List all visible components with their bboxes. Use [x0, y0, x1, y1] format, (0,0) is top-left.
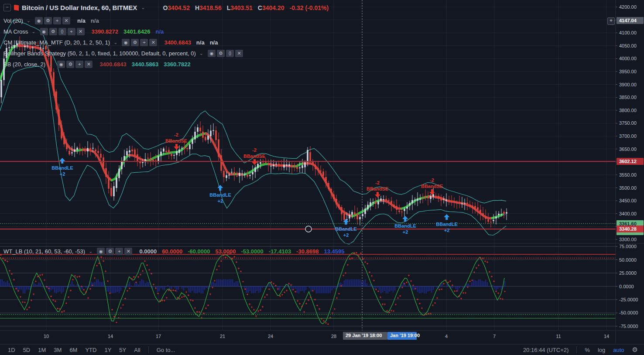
goto-button[interactable]: Go to... — [157, 347, 175, 353]
indicator-title[interactable]: CM_Ultimate_MA_MTF (D, 20, 1, 2, 50, 1) — [3, 39, 110, 46]
log-scale-button[interactable]: log — [598, 347, 605, 353]
collapse-pane-icon[interactable]: − — [3, 4, 11, 11]
indicator-value: 0.0000 — [139, 248, 157, 255]
indicator-value: n/a — [91, 17, 99, 24]
indicator-value: -60.0000 — [188, 248, 210, 255]
clock[interactable]: 20:16:44 (UTC+2) — [523, 347, 569, 353]
indicator-value: -30.8698 — [296, 248, 319, 255]
braces-icon[interactable]: {} — [226, 50, 234, 57]
indicator-title[interactable]: Vol (20) — [3, 17, 23, 24]
range-button-3m[interactable]: 3M — [54, 347, 62, 353]
indicator-title[interactable]: WT_LB (10, 21, 60, 53, -60, -53) — [3, 248, 85, 255]
indicator-value: -53.0000 — [241, 248, 263, 255]
indicator-row-ma-cross: MA Cross⌄◉⚙{}+✕3390.82723401.6426n/a — [3, 28, 164, 35]
price-tick-label: 3550.00 — [619, 172, 637, 178]
oscillator-tick-label: 75.0000 — [619, 244, 637, 249]
price-tick-label: 3300.00 — [619, 237, 637, 242]
gear-icon[interactable]: ⚙ — [44, 17, 52, 24]
time-tick-label: 28 — [331, 334, 336, 339]
range-button-1d[interactable]: 1D — [8, 347, 15, 353]
range-button-ytd[interactable]: YTD — [85, 347, 96, 353]
range-button-6m[interactable]: 6M — [69, 347, 77, 353]
ohlc-item: -0.32 (-0.01%) — [290, 4, 329, 11]
indicator-row-bb-strategy: Bollinger Bands Strategy (50, 2, 1, 0, f… — [3, 50, 245, 57]
plus-icon[interactable]: + — [68, 28, 75, 35]
price-tick-label: 3750.00 — [619, 120, 637, 126]
chevron-down-icon[interactable]: ⌄ — [31, 29, 35, 34]
chevron-down-icon[interactable]: ⌄ — [199, 51, 203, 56]
indicator-value: 60.0000 — [162, 248, 182, 255]
chevron-down-icon[interactable]: ⌄ — [27, 18, 31, 24]
indicator-value: 3401.6426 — [123, 28, 150, 35]
indicator-title[interactable]: Bollinger Bands Strategy (50, 2, 1, 0, f… — [3, 50, 196, 57]
gear-icon[interactable]: ⚙ — [131, 39, 139, 46]
close-icon[interactable]: ✕ — [235, 50, 243, 57]
eye-icon[interactable]: ◉ — [40, 28, 48, 35]
indicator-value: n/a — [210, 39, 218, 46]
price-tick-label: 4050.00 — [619, 43, 637, 48]
braces-icon[interactable]: {} — [58, 28, 66, 35]
gear-icon[interactable]: ⚙ — [66, 61, 74, 68]
eye-icon[interactable]: ◉ — [122, 39, 130, 46]
chevron-down-icon[interactable]: ⌄ — [141, 5, 145, 10]
range-button-all[interactable]: All — [134, 347, 140, 353]
oscillator-tick-label: -25.0000 — [619, 297, 638, 302]
price-tick-label: 4200.00 — [619, 4, 637, 10]
indicator-row-bb: BB (20, close, 2)⌄◉⚙+✕3400.68433440.5863… — [3, 61, 191, 68]
indicator-title[interactable]: MA Cross — [3, 28, 28, 35]
price-tick-label: 3950.00 — [619, 69, 637, 74]
toolbar-right: 20:16:44 (UTC+2) % log auto ⚙ — [523, 346, 638, 354]
toolbar-divider — [148, 346, 149, 353]
gear-icon[interactable]: ⚙ — [106, 248, 114, 255]
indicator-value: 13.4595 — [324, 248, 344, 255]
add-alert-plus-icon[interactable]: + — [607, 17, 615, 25]
indicator-value: n/a — [196, 39, 205, 46]
time-tick-label: 7 — [493, 334, 496, 339]
range-button-5y[interactable]: 5Y — [119, 347, 126, 353]
indicator-controls: ◉⚙+✕ — [35, 17, 70, 24]
plus-icon[interactable]: + — [53, 17, 61, 24]
time-tick-label: 14 — [604, 334, 609, 339]
price-axis[interactable]: 4200.004100.004050.004000.003950.003900.… — [616, 0, 644, 344]
indicator-title[interactable]: BB (20, close, 2) — [3, 61, 45, 68]
eye-icon[interactable]: ◉ — [35, 17, 43, 24]
oscillator-tick-label: 50.0000 — [619, 257, 637, 263]
ohlc-item: H3418.56 — [195, 4, 222, 11]
chevron-down-icon[interactable]: ⌄ — [113, 40, 117, 45]
time-tick-label: 4 — [445, 334, 448, 339]
auto-scale-button[interactable]: auto — [613, 347, 624, 353]
indicator-value: 3390.8272 — [92, 28, 118, 35]
gear-icon[interactable]: ⚙ — [217, 50, 225, 57]
chevron-down-icon[interactable]: ⌄ — [89, 249, 92, 254]
symbol-title[interactable]: Bitcoin / US Dollar Index, 60, BITMEX — [22, 4, 137, 11]
range-button-1y[interactable]: 1Y — [104, 347, 111, 353]
close-icon[interactable]: ✕ — [62, 17, 70, 24]
eye-icon[interactable]: ◉ — [57, 61, 65, 68]
price-tick-label: 3900.00 — [619, 82, 637, 87]
close-icon[interactable]: ✕ — [149, 39, 157, 46]
close-icon[interactable]: ✕ — [85, 61, 92, 68]
price-label: 3340.28 — [617, 225, 644, 232]
crosshair-time-label: 29 Jan '19 18:00 — [343, 332, 387, 340]
chevron-down-icon[interactable]: ⌄ — [49, 61, 53, 67]
eye-icon[interactable]: ◉ — [208, 50, 216, 57]
axis-settings-gear-icon[interactable]: ⚙ — [632, 346, 638, 354]
time-axis[interactable]: 10141721242847111429 Jan '19 18:00Jan '1… — [0, 331, 615, 344]
range-button-5d[interactable]: 5D — [23, 347, 31, 353]
plus-icon[interactable]: + — [140, 39, 148, 46]
price-label: 4147.04 — [617, 17, 644, 24]
gear-icon[interactable]: ⚙ — [49, 28, 57, 35]
price-tick-label: 3400.00 — [619, 211, 637, 216]
plus-icon[interactable]: + — [75, 61, 83, 68]
bottom-toolbar: 1D5D1M3M6MYTD1Y5YAll Go to... 20:16:44 (… — [0, 344, 644, 355]
range-buttons: 1D5D1M3M6MYTD1Y5YAll — [0, 347, 140, 353]
eye-icon[interactable]: ◉ — [97, 248, 105, 255]
close-icon[interactable]: ✕ — [77, 28, 85, 35]
range-button-1m[interactable]: 1M — [38, 347, 46, 353]
price-label: 3602.12 — [617, 158, 644, 165]
indicator-value: 3440.5863 — [132, 61, 158, 68]
percent-scale-button[interactable]: % — [585, 347, 590, 353]
ohlc-item: L3403.51 — [227, 4, 253, 11]
plus-icon[interactable]: + — [115, 248, 123, 255]
close-icon[interactable]: ✕ — [124, 248, 132, 255]
